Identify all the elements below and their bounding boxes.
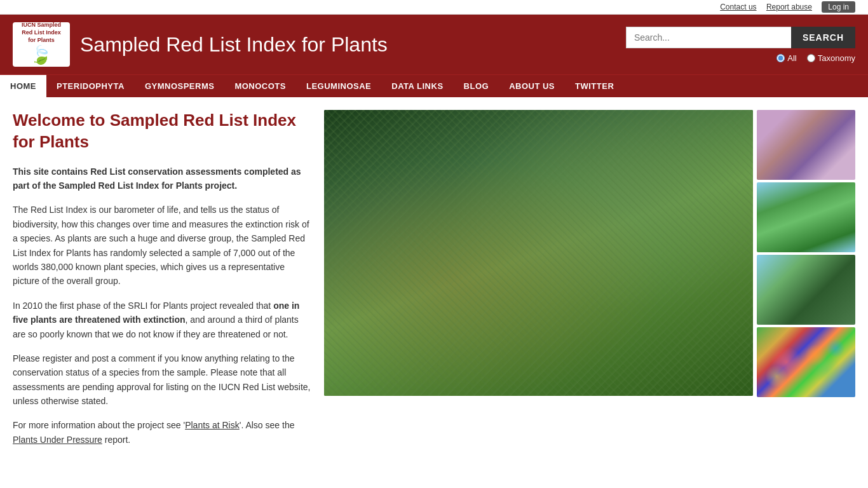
main-nav: HOMEPTERIDOPHYTAGYMNOSPERMSMONOCOTSLEGUM… bbox=[0, 74, 868, 97]
top-bar: Contact us Report abuse Log in bbox=[0, 0, 868, 15]
paragraph-1: The Red List Index is our barometer of l… bbox=[13, 203, 311, 288]
plants-under-pressure-link[interactable]: Plants Under Pressure bbox=[13, 435, 102, 445]
header-right: SEARCH All Taxonomy bbox=[626, 27, 855, 63]
para4-mid: '. Also see the bbox=[240, 420, 295, 430]
left-column: Welcome to Sampled Red List Index for Pl… bbox=[13, 110, 311, 457]
para2-start: In 2010 the first phase of the SRLI for … bbox=[13, 301, 273, 311]
nav-item-pteridophyta: PTERIDOPHYTA bbox=[46, 75, 135, 97]
body-text: The Red List Index is our barometer of l… bbox=[13, 203, 311, 447]
nav-item-blog: BLOG bbox=[454, 75, 499, 97]
radio-taxonomy[interactable] bbox=[807, 54, 815, 62]
paragraph-4: For more information about the project s… bbox=[13, 418, 311, 447]
intro-bold-text: This site contains Red List conservation… bbox=[13, 165, 311, 193]
nav-link-about-us[interactable]: ABOUT US bbox=[499, 75, 565, 97]
side-image-map bbox=[757, 327, 855, 397]
page-heading: Welcome to Sampled Red List Index for Pl… bbox=[13, 110, 311, 153]
nav-item-leguminosae: LEGUMINOSAE bbox=[296, 75, 381, 97]
search-options: All Taxonomy bbox=[776, 53, 855, 63]
main-image-placeholder bbox=[324, 110, 753, 396]
contact-us-link[interactable]: Contact us bbox=[720, 3, 756, 11]
paragraph-3: Please register and post a comment if yo… bbox=[13, 351, 311, 409]
nav-item-monocots: MONOCOTS bbox=[224, 75, 296, 97]
radio-all-text: All bbox=[787, 53, 796, 63]
nav-item-twitter: TWITTER bbox=[565, 75, 624, 97]
paragraph-2: In 2010 the first phase of the SRLI for … bbox=[13, 299, 311, 341]
para4-start: For more information about the project s… bbox=[13, 420, 185, 430]
side-images bbox=[757, 110, 855, 457]
radio-taxonomy-label[interactable]: Taxonomy bbox=[807, 53, 855, 63]
nav-link-leguminosae[interactable]: LEGUMINOSAE bbox=[296, 75, 381, 97]
logo-leaf-icon: 🍃 bbox=[22, 44, 61, 67]
para4-end: report. bbox=[102, 435, 130, 445]
plants-at-risk-link[interactable]: Plants at Risk bbox=[185, 420, 240, 430]
header: IUCN Sampled Red List Index for Plants 🍃… bbox=[0, 15, 868, 74]
nav-link-home[interactable]: HOME bbox=[0, 75, 46, 97]
nav-link-monocots[interactable]: MONOCOTS bbox=[224, 75, 296, 97]
nav-link-twitter[interactable]: TWITTER bbox=[565, 75, 624, 97]
logo[interactable]: IUCN Sampled Red List Index for Plants 🍃 bbox=[13, 22, 70, 67]
radio-all-label[interactable]: All bbox=[776, 53, 796, 63]
header-left: IUCN Sampled Red List Index for Plants 🍃… bbox=[13, 22, 388, 67]
site-title: Sampled Red List Index for Plants bbox=[80, 33, 388, 57]
radio-taxonomy-text: Taxonomy bbox=[818, 53, 855, 63]
search-input[interactable] bbox=[626, 27, 791, 48]
nav-item-about-us: ABOUT US bbox=[499, 75, 565, 97]
search-button[interactable]: SEARCH bbox=[791, 27, 855, 48]
main-content: Welcome to Sampled Red List Index for Pl… bbox=[0, 97, 868, 470]
nav-link-pteridophyta[interactable]: PTERIDOPHYTA bbox=[46, 75, 135, 97]
nav-item-data-links: DATA LINKS bbox=[381, 75, 453, 97]
nav-link-gymnosperms[interactable]: GYMNOSPERMS bbox=[135, 75, 225, 97]
nav-link-data-links[interactable]: DATA LINKS bbox=[381, 75, 453, 97]
nav-link-blog[interactable]: BLOG bbox=[454, 75, 499, 97]
right-column bbox=[324, 110, 855, 457]
nav-item-gymnosperms: GYMNOSPERMS bbox=[135, 75, 225, 97]
nav-item-home: HOME bbox=[0, 75, 46, 97]
report-abuse-link[interactable]: Report abuse bbox=[766, 3, 812, 11]
main-plant-image bbox=[324, 110, 753, 457]
side-image-1 bbox=[757, 110, 855, 180]
nav-list: HOMEPTERIDOPHYTAGYMNOSPERMSMONOCOTSLEGUM… bbox=[0, 75, 868, 97]
login-button[interactable]: Log in bbox=[822, 1, 855, 13]
side-image-2 bbox=[757, 182, 855, 252]
radio-all[interactable] bbox=[776, 54, 785, 62]
search-row: SEARCH bbox=[626, 27, 855, 48]
side-image-3 bbox=[757, 255, 855, 325]
